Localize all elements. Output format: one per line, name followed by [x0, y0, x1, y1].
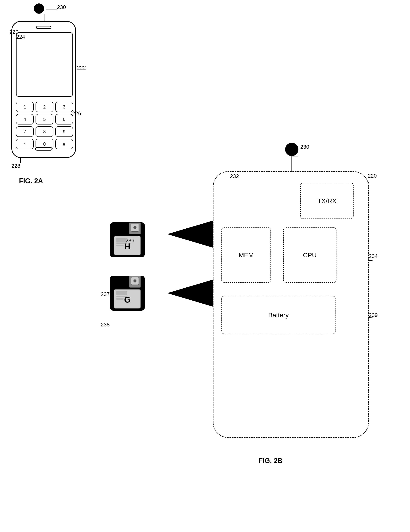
label-226: 226 [72, 110, 81, 116]
label-222: 222 [77, 65, 86, 71]
txrx-label: TX/RX [318, 197, 337, 205]
key-6[interactable]: 6 [55, 114, 73, 124]
key-9[interactable]: 9 [55, 126, 73, 137]
key-7[interactable]: 7 [16, 126, 34, 137]
key-1[interactable]: 1 [16, 102, 34, 112]
phone-keypad: 123456789*0# [16, 102, 73, 149]
key-3[interactable]: 3 [55, 102, 73, 112]
cpu-label: CPU [303, 251, 317, 259]
svg-rect-33 [116, 296, 127, 297]
mem-box: MEM [221, 228, 271, 283]
label-239: 239 [369, 312, 378, 318]
label-230-right: 230 [300, 144, 309, 150]
label-234: 234 [369, 253, 378, 259]
battery-box: Battery [221, 296, 336, 334]
phone-body: 123456789*0# [11, 21, 76, 158]
key-2[interactable]: 2 [36, 102, 53, 112]
svg-rect-32 [116, 291, 127, 295]
key-4[interactable]: 4 [16, 114, 34, 124]
key-#[interactable]: # [55, 139, 73, 149]
label-224: 224 [16, 34, 25, 40]
key-5[interactable]: 5 [36, 114, 53, 124]
label-230-left: 230 [57, 4, 66, 10]
phone-speaker [36, 26, 51, 29]
phone-nav-button [35, 147, 52, 151]
svg-point-30 [133, 279, 137, 283]
label-237: 237 [101, 291, 110, 297]
svg-point-21 [133, 226, 137, 229]
label-236: 236 [126, 238, 134, 244]
fig2a-caption: FIG. 2A [19, 177, 43, 185]
svg-marker-15 [167, 219, 219, 249]
phone-screen [16, 32, 73, 97]
label-232: 232 [230, 173, 239, 179]
svg-rect-34 [116, 298, 124, 300]
key-8[interactable]: 8 [36, 126, 53, 137]
svg-marker-16 [167, 278, 219, 308]
label-220-right: 220 [368, 173, 377, 179]
antenna-dot-right [285, 143, 298, 156]
svg-rect-25 [116, 245, 124, 246]
txrx-box: TX/RX [300, 183, 354, 219]
battery-label: Battery [268, 311, 289, 319]
key-*[interactable]: * [16, 139, 34, 149]
fig2b-caption: FIG. 2B [258, 457, 282, 465]
cpu-box: CPU [283, 228, 337, 283]
floppy-g-container: G [108, 274, 146, 312]
antenna-dot-left [34, 3, 44, 14]
mem-label: MEM [238, 251, 254, 259]
label-238: 238 [101, 322, 110, 328]
label-228: 228 [11, 163, 20, 169]
